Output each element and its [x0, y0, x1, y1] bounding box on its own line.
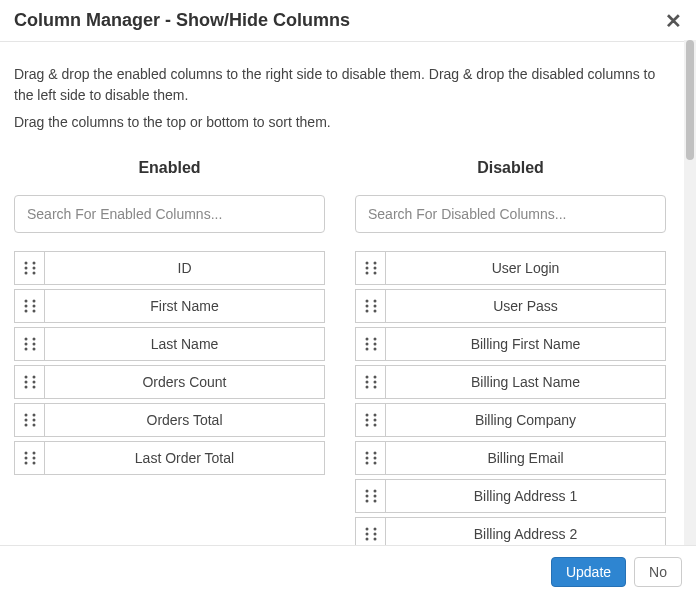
update-button[interactable]: Update [551, 557, 626, 587]
svg-point-69 [373, 452, 376, 455]
disabled-item-label: Billing Address 2 [386, 518, 665, 545]
instructions-line-1: Drag & drop the enabled columns to the r… [14, 64, 666, 106]
enabled-item[interactable]: Orders Count [14, 365, 325, 399]
disabled-item-label: User Login [386, 252, 665, 284]
scrollbar-track[interactable] [684, 40, 696, 545]
svg-point-11 [32, 310, 35, 313]
drag-handle-icon[interactable] [356, 404, 386, 436]
svg-point-17 [32, 348, 35, 351]
enabled-item-label: Orders Total [45, 404, 324, 436]
svg-point-66 [365, 452, 368, 455]
enabled-title: Enabled [14, 159, 325, 177]
svg-point-50 [365, 348, 368, 351]
svg-point-83 [373, 538, 376, 541]
no-button[interactable]: No [634, 557, 682, 587]
svg-point-71 [373, 462, 376, 465]
svg-point-34 [32, 457, 35, 460]
svg-point-54 [365, 376, 368, 379]
disabled-item[interactable]: User Pass [355, 289, 666, 323]
drag-handle-icon[interactable] [15, 328, 45, 360]
drag-handle-icon[interactable] [356, 480, 386, 512]
drag-handle-icon[interactable] [356, 328, 386, 360]
svg-point-72 [365, 490, 368, 493]
disabled-item[interactable]: Billing First Name [355, 327, 666, 361]
svg-point-79 [365, 533, 368, 536]
drag-handle-icon[interactable] [15, 404, 45, 436]
enabled-item[interactable]: Orders Total [14, 403, 325, 437]
disabled-item[interactable]: Billing Company [355, 403, 666, 437]
svg-point-80 [365, 538, 368, 541]
enabled-item-label: First Name [45, 290, 324, 322]
disabled-item-label: User Pass [386, 290, 665, 322]
svg-point-46 [373, 305, 376, 308]
drag-handle-icon[interactable] [15, 442, 45, 474]
drag-handle-icon[interactable] [15, 366, 45, 398]
disabled-item-label: Billing Company [386, 404, 665, 436]
svg-point-22 [32, 381, 35, 384]
svg-point-60 [365, 414, 368, 417]
svg-point-0 [24, 262, 27, 265]
svg-point-61 [365, 419, 368, 422]
svg-point-4 [32, 267, 35, 270]
svg-point-21 [32, 376, 35, 379]
svg-point-12 [24, 338, 27, 341]
svg-point-48 [365, 338, 368, 341]
svg-point-52 [373, 343, 376, 346]
drag-handle-icon[interactable] [356, 442, 386, 474]
disabled-search-input[interactable] [355, 195, 666, 233]
svg-point-64 [373, 419, 376, 422]
svg-point-15 [32, 338, 35, 341]
svg-point-33 [32, 452, 35, 455]
enabled-item-label: ID [45, 252, 324, 284]
drag-handle-icon[interactable] [356, 290, 386, 322]
svg-point-63 [373, 414, 376, 417]
enabled-item[interactable]: Last Order Total [14, 441, 325, 475]
dialog-footer: Update No [0, 545, 696, 597]
disabled-item-label: Billing First Name [386, 328, 665, 360]
enabled-item[interactable]: Last Name [14, 327, 325, 361]
svg-point-1 [24, 267, 27, 270]
svg-point-73 [365, 495, 368, 498]
svg-point-27 [32, 414, 35, 417]
instructions: Drag & drop the enabled columns to the r… [14, 64, 666, 133]
svg-point-23 [32, 386, 35, 389]
svg-point-2 [24, 272, 27, 275]
svg-point-3 [32, 262, 35, 265]
enabled-search-input[interactable] [14, 195, 325, 233]
drag-handle-icon[interactable] [356, 518, 386, 545]
svg-point-19 [24, 381, 27, 384]
enabled-column: Enabled IDFirst NameLast NameOrders Coun… [14, 159, 325, 545]
svg-point-58 [373, 381, 376, 384]
enabled-item[interactable]: First Name [14, 289, 325, 323]
svg-point-40 [373, 267, 376, 270]
disabled-item[interactable]: Billing Address 1 [355, 479, 666, 513]
disabled-item[interactable]: Billing Email [355, 441, 666, 475]
svg-point-9 [32, 300, 35, 303]
enabled-item-label: Last Name [45, 328, 324, 360]
scrollbar-thumb[interactable] [686, 40, 694, 160]
drag-handle-icon[interactable] [356, 252, 386, 284]
svg-point-67 [365, 457, 368, 460]
enabled-item[interactable]: ID [14, 251, 325, 285]
close-icon: ✕ [665, 10, 682, 32]
drag-handle-icon[interactable] [356, 366, 386, 398]
svg-point-78 [365, 528, 368, 531]
disabled-item[interactable]: Billing Address 2 [355, 517, 666, 545]
disabled-item[interactable]: Billing Last Name [355, 365, 666, 399]
svg-point-5 [32, 272, 35, 275]
close-button[interactable]: ✕ [659, 11, 688, 31]
svg-point-59 [373, 386, 376, 389]
svg-point-38 [365, 272, 368, 275]
drag-handle-icon[interactable] [15, 252, 45, 284]
instructions-line-2: Drag the columns to the top or bottom to… [14, 112, 666, 133]
dialog-header: Column Manager - Show/Hide Columns ✕ [0, 0, 696, 42]
svg-point-7 [24, 305, 27, 308]
svg-point-14 [24, 348, 27, 351]
svg-point-28 [32, 419, 35, 422]
svg-point-26 [24, 424, 27, 427]
drag-handle-icon[interactable] [15, 290, 45, 322]
enabled-list: IDFirst NameLast NameOrders CountOrders … [14, 251, 325, 475]
disabled-item[interactable]: User Login [355, 251, 666, 285]
svg-point-81 [373, 528, 376, 531]
svg-point-51 [373, 338, 376, 341]
